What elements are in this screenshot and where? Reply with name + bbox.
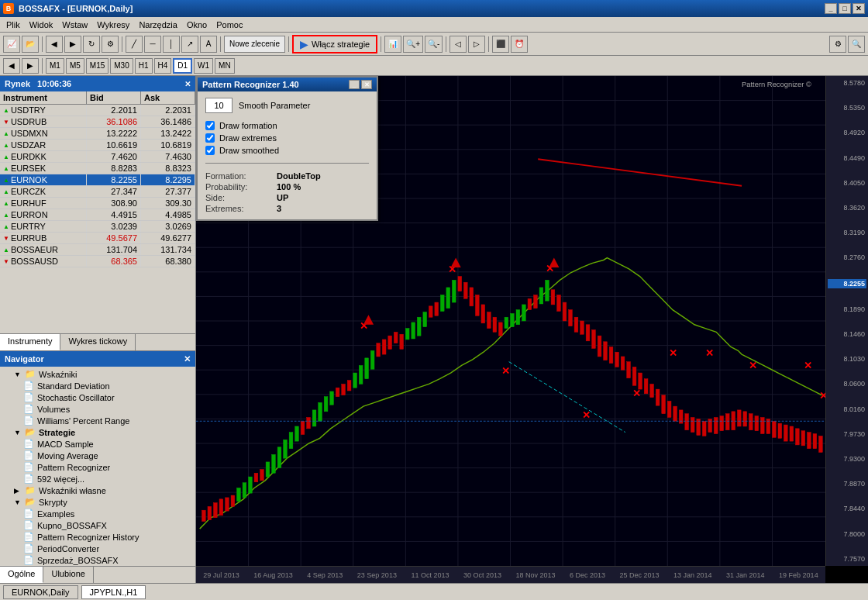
tab-instrumenty[interactable]: Instrumenty bbox=[0, 334, 60, 350]
direction-icon: ▲ bbox=[3, 188, 9, 195]
nav-item-period[interactable]: 📄 PeriodConverter bbox=[2, 543, 194, 554]
line-button[interactable]: ╱ bbox=[126, 36, 143, 53]
menu-wykresy[interactable]: Wykresy bbox=[92, 19, 134, 31]
enable-strategy-button[interactable]: ▶ Włącz strategie bbox=[292, 35, 377, 53]
tab-ulubione[interactable]: Ulubione bbox=[43, 567, 93, 583]
nav-item-ma[interactable]: 📄 Moving Average bbox=[2, 450, 194, 461]
status-tab-jpypln[interactable]: JPYPLN.,H1 bbox=[81, 585, 146, 599]
instrument-row[interactable]: ▼ BOSSAUSD 68.365 68.380 bbox=[0, 256, 195, 267]
nav-section-strategies[interactable]: ▼ 📂 Strategie bbox=[2, 426, 194, 438]
tab-ogolne[interactable]: Ogólne bbox=[0, 567, 43, 583]
menu-wstaw[interactable]: Wstaw bbox=[57, 19, 92, 31]
tf-arrows-right[interactable]: ▶ bbox=[22, 58, 39, 74]
nav-section-scripts[interactable]: ▼ 📂 Skrypty bbox=[2, 496, 194, 508]
navigator-close[interactable]: ✕ bbox=[184, 354, 191, 364]
vline-button[interactable]: │ bbox=[163, 36, 180, 53]
instrument-row[interactable]: ▲ EURCZK 27.347 27.377 bbox=[0, 186, 195, 198]
instrument-row[interactable]: ▲ EURTRY 3.0239 3.0269 bbox=[0, 221, 195, 233]
new-order-button[interactable]: Nowe zlecenie bbox=[224, 36, 285, 53]
settings-button[interactable]: ⚙ bbox=[829, 36, 846, 53]
nav-item-macd[interactable]: 📄 MACD Sample bbox=[2, 438, 194, 450]
zoom-in-button[interactable]: 🔍+ bbox=[403, 36, 423, 53]
tf-m15[interactable]: M15 bbox=[86, 58, 108, 74]
status-tab-eurnok[interactable]: EURNOK,Daily bbox=[3, 585, 78, 599]
tab-wykres-tickowy[interactable]: Wykres tickowy bbox=[60, 334, 136, 350]
clock-button[interactable]: ⏰ bbox=[511, 36, 528, 53]
instrument-row[interactable]: ▲ EURDKK 7.4620 7.4630 bbox=[0, 151, 195, 163]
instrument-row[interactable]: ▲ USDTRY 2.2011 2.2031 bbox=[0, 105, 195, 116]
nav-item-prh[interactable]: 📄 Pattern Recognizer History bbox=[2, 531, 194, 543]
nav-item-sprzedaz[interactable]: 📄 Sprzedaż_BOSSAFX bbox=[2, 554, 194, 566]
menu-widok[interactable]: Widok bbox=[25, 19, 58, 31]
nav-section-indicators[interactable]: ▼ 📁 Wskaźniki bbox=[2, 368, 194, 380]
draw-smoothed-checkbox[interactable] bbox=[205, 146, 215, 155]
nav-item-examples[interactable]: 📄 Examples bbox=[2, 508, 194, 519]
instrument-row[interactable]: ▲ EURNOK 8.2255 8.2295 bbox=[0, 174, 195, 186]
nav-item-kupno[interactable]: 📄 Kupno_BOSSAFX bbox=[2, 519, 194, 531]
instrument-row[interactable]: ▲ EURRON 4.4915 4.4985 bbox=[0, 209, 195, 221]
scroll-right-button[interactable]: ▷ bbox=[468, 36, 485, 53]
tf-h1[interactable]: H1 bbox=[135, 58, 153, 74]
dialog-close[interactable]: ✕ bbox=[361, 80, 372, 89]
tf-arrows-left[interactable]: ◀ bbox=[3, 58, 20, 74]
dialog-minimize[interactable]: _ bbox=[349, 80, 360, 89]
svg-rect-128 bbox=[755, 416, 759, 431]
toolbar-sep-6 bbox=[446, 36, 446, 52]
draw-formation-checkbox[interactable] bbox=[205, 121, 215, 130]
nav-item-volumes[interactable]: 📄 Volumes bbox=[2, 403, 194, 415]
restore-button[interactable]: □ bbox=[839, 3, 851, 14]
svg-text:✕: ✕ bbox=[749, 360, 757, 371]
terminal-button[interactable]: ⬛ bbox=[492, 36, 509, 53]
nav-item-wpr[interactable]: 📄 Williams' Percent Range bbox=[2, 415, 194, 426]
direction-icon: ▲ bbox=[3, 130, 9, 137]
forward-button[interactable]: ▶ bbox=[64, 36, 81, 53]
nav-item-stoch[interactable]: 📄 Stochastic Oscillator bbox=[2, 391, 194, 403]
draw-extremes-checkbox[interactable] bbox=[205, 133, 215, 143]
instrument-row[interactable]: ▲ USDMXN 13.2222 13.2422 bbox=[0, 128, 195, 140]
scroll-left-button[interactable]: ◁ bbox=[450, 36, 467, 53]
instrument-row[interactable]: ▲ EURSEK 8.8283 8.8323 bbox=[0, 163, 195, 174]
svg-rect-47 bbox=[284, 440, 288, 458]
tf-m1[interactable]: M1 bbox=[46, 58, 64, 74]
close-button[interactable]: ✕ bbox=[852, 3, 865, 14]
instrument-row[interactable]: ▲ USDZAR 10.6619 10.6819 bbox=[0, 140, 195, 151]
menu-okno[interactable]: Okno bbox=[182, 19, 212, 31]
draw-formation-label[interactable]: Draw formation bbox=[219, 121, 277, 130]
main-area: Rynek 10:06:36 ✕ Instrument Bid Ask ▲ US… bbox=[0, 76, 868, 583]
nav-item-pattern[interactable]: 📄 Pattern Recognizer bbox=[2, 461, 194, 473]
refresh-button[interactable]: ↻ bbox=[83, 36, 100, 53]
svg-rect-60 bbox=[359, 365, 363, 384]
tf-m5[interactable]: M5 bbox=[66, 58, 84, 74]
instrument-row[interactable]: ▲ EURHUF 308.90 309.30 bbox=[0, 198, 195, 209]
zoom-out-button[interactable]: 🔍- bbox=[425, 36, 443, 53]
expert-button[interactable]: 📊 bbox=[384, 36, 401, 53]
arrow-button[interactable]: ↗ bbox=[181, 36, 198, 53]
smooth-parameter-input[interactable] bbox=[205, 98, 232, 113]
market-watch-close[interactable]: ✕ bbox=[184, 80, 191, 88]
new-chart-button[interactable]: 📈 bbox=[3, 36, 20, 53]
tf-mn[interactable]: MN bbox=[215, 58, 235, 74]
back-button[interactable]: ◀ bbox=[46, 36, 63, 53]
tf-w1[interactable]: W1 bbox=[194, 58, 213, 74]
minimize-button[interactable]: _ bbox=[825, 3, 837, 14]
tf-h4[interactable]: H4 bbox=[154, 58, 172, 74]
tf-m30[interactable]: M30 bbox=[110, 58, 133, 74]
menu-pomoc[interactable]: Pomoc bbox=[212, 19, 247, 31]
properties-button[interactable]: ⚙ bbox=[102, 36, 119, 53]
nav-item-stddev[interactable]: 📄 Standard Deviation bbox=[2, 380, 194, 391]
tf-d1[interactable]: D1 bbox=[173, 58, 192, 74]
instrument-row[interactable]: ▲ BOSSAEUR 131.704 131.734 bbox=[0, 244, 195, 256]
draw-smoothed-label[interactable]: Draw smoothed bbox=[219, 146, 279, 155]
instrument-row[interactable]: ▼ USDRUB 36.1086 36.1486 bbox=[0, 116, 195, 128]
svg-text:✕: ✕ bbox=[501, 365, 510, 377]
text-button[interactable]: A bbox=[200, 36, 217, 53]
nav-item-more[interactable]: 📄 592 więcej... bbox=[2, 473, 194, 484]
hline-button[interactable]: ─ bbox=[144, 36, 161, 53]
menu-plik[interactable]: Plik bbox=[2, 19, 25, 31]
menu-narzedzia[interactable]: Narzędzia bbox=[134, 19, 182, 31]
draw-extremes-label[interactable]: Draw extremes bbox=[219, 133, 277, 143]
nav-section-custom[interactable]: ▶ 📁 Wskaźniki własne bbox=[2, 484, 194, 496]
instrument-row[interactable]: ▼ EURRUB 49.5677 49.6277 bbox=[0, 233, 195, 244]
search-button[interactable]: 🔍 bbox=[848, 36, 865, 53]
open-button[interactable]: 📂 bbox=[22, 36, 39, 53]
